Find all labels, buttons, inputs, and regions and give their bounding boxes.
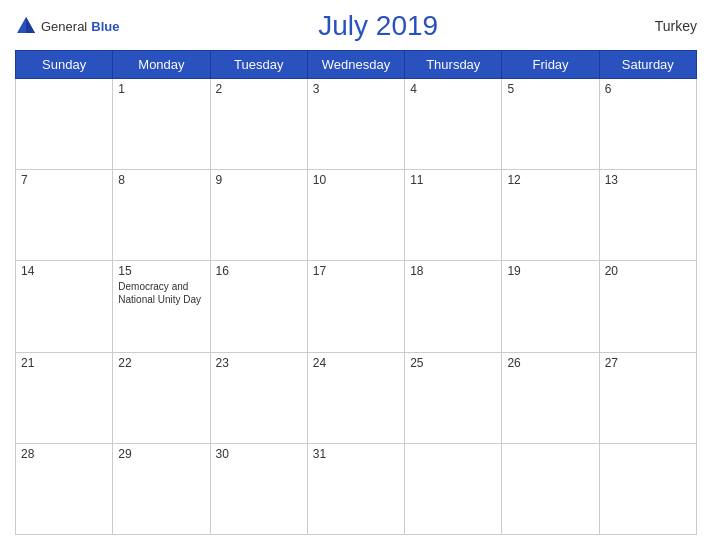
day-number: 29 <box>118 447 204 461</box>
calendar-cell: 20 <box>599 261 696 352</box>
day-number: 5 <box>507 82 593 96</box>
week-row-1: 78910111213 <box>16 170 697 261</box>
calendar-cell: 25 <box>405 352 502 443</box>
calendar-cell: 16 <box>210 261 307 352</box>
calendar-cell: 14 <box>16 261 113 352</box>
day-number: 25 <box>410 356 496 370</box>
weekday-header-friday: Friday <box>502 51 599 79</box>
calendar-cell: 5 <box>502 79 599 170</box>
week-row-0: 123456 <box>16 79 697 170</box>
calendar-cell: 11 <box>405 170 502 261</box>
calendar-cell: 6 <box>599 79 696 170</box>
day-number: 27 <box>605 356 691 370</box>
day-number: 15 <box>118 264 204 278</box>
day-number: 7 <box>21 173 107 187</box>
weekday-header-wednesday: Wednesday <box>307 51 404 79</box>
calendar-cell: 31 <box>307 443 404 534</box>
logo-area: General Blue <box>15 15 119 37</box>
day-number: 6 <box>605 82 691 96</box>
day-number: 2 <box>216 82 302 96</box>
calendar-cell <box>405 443 502 534</box>
logo-general: General <box>41 19 87 34</box>
calendar-cell: 17 <box>307 261 404 352</box>
day-number: 16 <box>216 264 302 278</box>
calendar-cell: 7 <box>16 170 113 261</box>
calendar-cell <box>16 79 113 170</box>
day-number: 9 <box>216 173 302 187</box>
calendar-cell <box>599 443 696 534</box>
day-number: 17 <box>313 264 399 278</box>
calendar-cell: 8 <box>113 170 210 261</box>
day-number: 26 <box>507 356 593 370</box>
day-number: 11 <box>410 173 496 187</box>
day-number: 10 <box>313 173 399 187</box>
day-number: 18 <box>410 264 496 278</box>
calendar-cell: 22 <box>113 352 210 443</box>
calendar-title: July 2019 <box>119 10 637 42</box>
calendar-cell: 26 <box>502 352 599 443</box>
event-text: Democracy and National Unity Day <box>118 280 204 306</box>
calendar-cell: 4 <box>405 79 502 170</box>
svg-marker-1 <box>26 17 35 33</box>
week-row-2: 1415Democracy and National Unity Day1617… <box>16 261 697 352</box>
day-number: 31 <box>313 447 399 461</box>
calendar-cell: 23 <box>210 352 307 443</box>
calendar-table: SundayMondayTuesdayWednesdayThursdayFrid… <box>15 50 697 535</box>
logo-blue: Blue <box>91 19 119 34</box>
calendar-cell: 27 <box>599 352 696 443</box>
day-number: 8 <box>118 173 204 187</box>
week-row-3: 21222324252627 <box>16 352 697 443</box>
weekday-header-thursday: Thursday <box>405 51 502 79</box>
weekday-header-sunday: Sunday <box>16 51 113 79</box>
day-number: 24 <box>313 356 399 370</box>
weekday-header-row: SundayMondayTuesdayWednesdayThursdayFrid… <box>16 51 697 79</box>
day-number: 21 <box>21 356 107 370</box>
logo-icon <box>15 15 37 37</box>
calendar-cell: 18 <box>405 261 502 352</box>
calendar-cell: 28 <box>16 443 113 534</box>
calendar-cell: 19 <box>502 261 599 352</box>
calendar-cell <box>502 443 599 534</box>
day-number: 13 <box>605 173 691 187</box>
calendar-cell: 10 <box>307 170 404 261</box>
day-number: 14 <box>21 264 107 278</box>
calendar-cell: 3 <box>307 79 404 170</box>
day-number: 20 <box>605 264 691 278</box>
calendar-wrapper: General Blue July 2019 Turkey SundayMond… <box>0 0 712 550</box>
calendar-cell: 1 <box>113 79 210 170</box>
day-number: 4 <box>410 82 496 96</box>
day-number: 19 <box>507 264 593 278</box>
day-number: 3 <box>313 82 399 96</box>
day-number: 23 <box>216 356 302 370</box>
weekday-header-tuesday: Tuesday <box>210 51 307 79</box>
country-label: Turkey <box>637 18 697 34</box>
calendar-cell: 15Democracy and National Unity Day <box>113 261 210 352</box>
calendar-cell: 9 <box>210 170 307 261</box>
calendar-cell: 12 <box>502 170 599 261</box>
weekday-header-monday: Monday <box>113 51 210 79</box>
header-row: General Blue July 2019 Turkey <box>15 10 697 42</box>
day-number: 28 <box>21 447 107 461</box>
calendar-cell: 29 <box>113 443 210 534</box>
weekday-header-saturday: Saturday <box>599 51 696 79</box>
day-number: 22 <box>118 356 204 370</box>
day-number: 30 <box>216 447 302 461</box>
day-number: 12 <box>507 173 593 187</box>
calendar-cell: 21 <box>16 352 113 443</box>
calendar-cell: 13 <box>599 170 696 261</box>
calendar-cell: 30 <box>210 443 307 534</box>
calendar-cell: 2 <box>210 79 307 170</box>
week-row-4: 28293031 <box>16 443 697 534</box>
calendar-cell: 24 <box>307 352 404 443</box>
day-number: 1 <box>118 82 204 96</box>
